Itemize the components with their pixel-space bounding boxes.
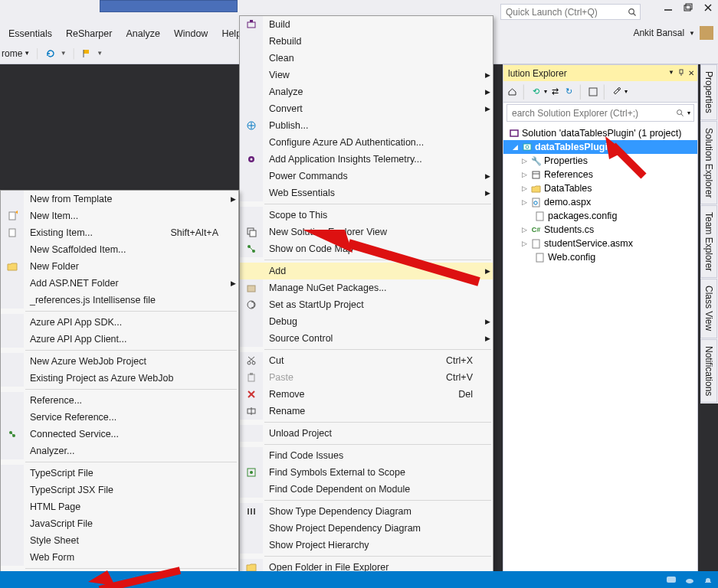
menu-item[interactable]: Add ASP.NET Folder ▶	[1, 275, 238, 292]
expander-icon[interactable]: ▷	[520, 240, 528, 247]
menu-item[interactable]: Existing Project as Azure WebJob	[1, 370, 238, 387]
menu-item[interactable]: Power Commands ▶	[240, 168, 493, 185]
menu-item[interactable]: Publish...	[240, 117, 493, 134]
menu-item[interactable]: Unload Project	[240, 425, 493, 442]
close-button[interactable]	[703, 2, 713, 13]
chevron-down-icon[interactable]: ▼	[668, 69, 674, 77]
menu-analyze[interactable]: Analyze	[119, 25, 166, 42]
menu-item[interactable]: Clean	[240, 50, 493, 67]
close-icon[interactable]: ✕	[688, 69, 694, 77]
side-tab-properties[interactable]: Properties	[700, 64, 717, 120]
menu-item[interactable]: Existing Item... Shift+Alt+A	[1, 224, 238, 241]
solution-node[interactable]: Solution 'dataTablesPlugin' (1 project)	[503, 126, 697, 140]
expander-icon[interactable]: ▷	[520, 171, 528, 178]
cloud-icon[interactable]	[684, 575, 695, 586]
menu-item[interactable]: Show Type Dependency Diagram	[240, 503, 493, 520]
expander-icon[interactable]: ▷	[520, 157, 528, 165]
project-node[interactable]: ◢ dataTablesPlugin	[503, 140, 697, 154]
menu-item[interactable]: Show Project Hierarchy	[240, 537, 493, 554]
quick-launch-input[interactable]	[501, 6, 625, 18]
expander-icon[interactable]: ▷	[520, 198, 528, 206]
menu-item[interactable]: Scope to This	[240, 207, 493, 224]
menu-item[interactable]: Set as StartUp Project	[240, 296, 493, 313]
tree-item[interactable]: ▷References	[503, 168, 697, 181]
menu-item[interactable]: Connected Service...	[1, 426, 238, 443]
menu-essentials[interactable]: Essentials	[2, 25, 59, 42]
menu-item[interactable]: Find Code Dependent on Module	[240, 481, 493, 498]
back-icon[interactable]: ⟲	[530, 86, 542, 97]
expander-icon[interactable]: ▷	[520, 226, 528, 234]
menu-item[interactable]: Remove Del	[240, 386, 493, 403]
menu-item[interactable]: Find Symbols External to Scope	[240, 464, 493, 481]
menu-item[interactable]: HTML Page	[1, 498, 238, 515]
menu-item[interactable]: Cut Ctrl+X	[240, 352, 493, 369]
menu-item[interactable]: Find Code Issues	[240, 447, 493, 464]
menu-item[interactable]: Rebuild	[240, 33, 493, 50]
tree-item[interactable]: ▷C#Students.cs	[503, 223, 697, 237]
menu-item[interactable]: New Folder	[1, 258, 238, 275]
menu-item[interactable]: Analyze ▶	[240, 83, 493, 100]
pin-icon[interactable]	[677, 69, 685, 77]
menu-item[interactable]: ✦ New Item...	[1, 207, 238, 224]
menu-item[interactable]: Manage NuGet Packages...	[240, 279, 493, 296]
flag-icon[interactable]	[81, 48, 92, 59]
menu-item[interactable]: Paste Ctrl+V	[240, 369, 493, 386]
menu-item[interactable]: Analyzer...	[1, 443, 238, 459]
menu-resharper[interactable]: ReSharper	[59, 25, 119, 42]
menu-item[interactable]: Web Form	[1, 549, 238, 566]
menu-item[interactable]: View ▶	[240, 67, 493, 83]
menu-item[interactable]: Web Essentials ▶	[240, 185, 493, 201]
menu-item[interactable]: Azure API App SDK...	[1, 314, 238, 331]
menu-item[interactable]: Show Project Dependency Diagram	[240, 520, 493, 537]
menu-item[interactable]: Add Application Insights Telemetry...	[240, 151, 493, 168]
notification-icon[interactable]	[703, 575, 713, 586]
menu-item[interactable]: Configure Azure AD Authentication...	[240, 134, 493, 151]
minimize-button[interactable]	[663, 2, 674, 13]
tree-item[interactable]: ▷🔧Properties	[503, 154, 697, 168]
refresh-icon[interactable]: ↻	[563, 86, 575, 97]
menu-item[interactable]: Source Control ▶	[240, 330, 493, 347]
sync-icon[interactable]: ⇄	[549, 86, 561, 97]
restore-button[interactable]	[683, 2, 693, 13]
quick-launch-box[interactable]	[500, 4, 641, 20]
menu-item[interactable]: Build	[240, 16, 493, 33]
side-tab-solution-explorer[interactable]: Solution Explorer	[700, 121, 717, 204]
side-tab-team-explorer[interactable]: Team Explorer	[700, 205, 717, 278]
menu-item[interactable]: TypeScript JSX File	[1, 482, 238, 498]
menu-item[interactable]: Convert ▶	[240, 100, 493, 117]
home-icon[interactable]	[507, 86, 518, 97]
properties-icon[interactable]	[611, 86, 622, 97]
feedback-icon[interactable]	[666, 575, 677, 586]
menu-item[interactable]: New from Template ▶	[1, 191, 238, 207]
menu-item[interactable]: _references.js Intellisense file	[1, 292, 238, 309]
browser-dropdown[interactable]: rome ▼	[2, 48, 30, 59]
menu-item[interactable]: Service Reference...	[1, 409, 238, 426]
side-tab-notifications[interactable]: Notifications	[700, 339, 717, 403]
side-tab-class-view[interactable]: Class View	[700, 279, 717, 338]
expander-icon[interactable]: ◢	[511, 143, 519, 151]
menu-item[interactable]: Show on Code Map	[240, 240, 493, 257]
menu-item[interactable]: Style Sheet	[1, 532, 238, 549]
tree-item[interactable]: ▷DataTables	[503, 181, 697, 195]
tree-item[interactable]: packages.config	[503, 209, 697, 223]
user-area[interactable]: Ankit Bansal ▼	[633, 26, 713, 40]
collapse-icon[interactable]	[587, 86, 598, 97]
menu-item[interactable]: New Solution Explorer View	[240, 224, 493, 240]
tree-item[interactable]: ▷studentService.asmx	[503, 237, 697, 250]
solution-search-input[interactable]	[507, 107, 673, 119]
menu-item[interactable]: Add ▶	[240, 263, 493, 279]
expander-icon[interactable]: ▷	[520, 185, 528, 192]
tree-item[interactable]: Web.config	[503, 250, 697, 264]
menu-item[interactable]: JavaScript File	[1, 515, 238, 532]
menu-item[interactable]: Reference...	[1, 392, 238, 409]
tree-item[interactable]: ▷demo.aspx	[503, 195, 697, 209]
menu-item[interactable]: Debug ▶	[240, 313, 493, 330]
document-tab[interactable]	[100, 0, 238, 12]
menu-item[interactable]: New Azure WebJob Project	[1, 353, 238, 370]
menu-window[interactable]: Window	[167, 25, 215, 42]
menu-item[interactable]: TypeScript File	[1, 465, 238, 482]
solution-explorer-search[interactable]: ▾	[507, 104, 694, 122]
menu-item[interactable]: New Scaffolded Item...	[1, 241, 238, 258]
refresh-icon[interactable]	[45, 48, 56, 59]
menu-item[interactable]: Azure API App Client...	[1, 331, 238, 348]
